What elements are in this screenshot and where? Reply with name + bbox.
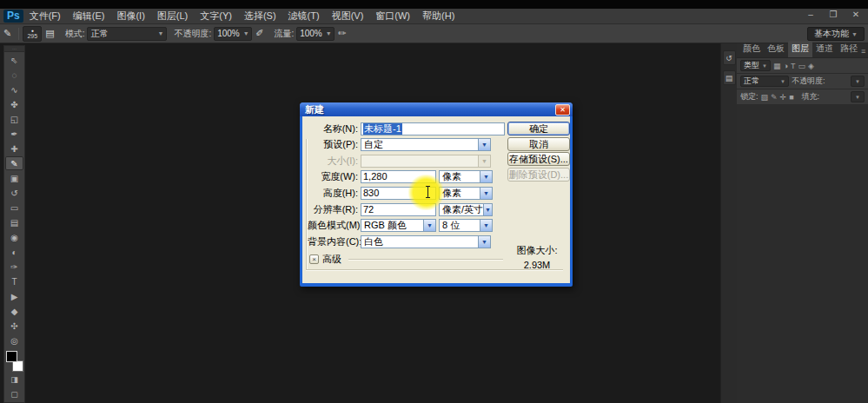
width-value: 1,280	[363, 171, 388, 182]
minimize-icon[interactable]: –	[804, 10, 818, 19]
width-label: 宽度(W):	[308, 170, 358, 183]
tools-panel: ⋯ ⇖ ◌ ∿ ✤ ◱ ✒ ✚ ✎ ▣ ↺ ▭ ▤ ◉ ◐ ✑ T ▶ ◆ ✣ …	[3, 45, 25, 403]
panel-menu-icon[interactable]: ≡	[861, 47, 865, 57]
lock-all-icon[interactable]: ■	[789, 93, 793, 102]
path-selection-tool-icon[interactable]: ▶	[5, 289, 23, 303]
menu-file[interactable]: 文件(F)	[23, 9, 67, 23]
tab-color[interactable]: 颜色	[739, 41, 764, 57]
quick-selection-tool-icon[interactable]: ✤	[5, 97, 23, 111]
brush-tool-icon[interactable]: ✎	[0, 28, 15, 39]
chevron-down-icon: ▼	[478, 139, 490, 150]
menu-help[interactable]: 帮助(H)	[416, 9, 461, 23]
zoom-tool-icon[interactable]: ◎	[5, 334, 23, 347]
opacity-value: 100%	[217, 29, 240, 38]
dodge-tool-icon[interactable]: ◐	[5, 245, 23, 259]
hand-tool-icon[interactable]: ✣	[5, 319, 23, 333]
properties-panel-icon[interactable]: ▤	[723, 70, 736, 85]
menu-image[interactable]: 图像(I)	[110, 9, 150, 23]
foreground-color-swatch[interactable]	[6, 351, 17, 362]
brush-preset-picker[interactable]: ● 295	[23, 26, 42, 42]
screen-mode-icon[interactable]: ▢	[5, 387, 23, 401]
flow-dropdown[interactable]: 100% ▼	[296, 27, 335, 41]
tab-channels[interactable]: 通道	[812, 41, 837, 57]
pixel-filter-icon[interactable]: ▦	[773, 62, 781, 70]
history-brush-tool-icon[interactable]: ↺	[5, 186, 23, 200]
chevron-down-icon: ▼	[851, 31, 858, 37]
eraser-tool-icon[interactable]: ▭	[5, 201, 23, 215]
shape-tool-icon[interactable]: ◆	[5, 304, 23, 318]
resolution-input[interactable]: 72	[361, 203, 436, 216]
save-preset-button[interactable]: 存储预设(S)...	[507, 152, 570, 166]
blur-tool-icon[interactable]: ◉	[5, 230, 23, 244]
restore-icon[interactable]: ❐	[826, 10, 840, 19]
resolution-unit-dropdown[interactable]: 像素/英寸 ▼	[439, 203, 493, 216]
layers-panel-group: 颜色 色板 图层 通道 路径 ≡ 类型 ▼ ▦ ◑ T ▭ ◈ 正常 ▼ 不透明…	[737, 43, 868, 403]
color-mode-dropdown[interactable]: RGB 颜色 ▼	[361, 219, 436, 232]
type-tool-icon[interactable]: T	[5, 274, 23, 288]
chevron-down-icon: ▼	[243, 30, 249, 36]
adjustment-filter-icon[interactable]: ◑	[783, 62, 787, 70]
lock-transparent-icon[interactable]: ▨	[761, 93, 769, 102]
marquee-tool-icon[interactable]: ◌	[5, 68, 23, 82]
history-panel-icon[interactable]: ↺	[723, 50, 736, 65]
background-dropdown[interactable]: 白色 ▼	[361, 235, 491, 248]
flow-value: 100%	[300, 29, 322, 38]
pen-pressure-icon[interactable]: ✐	[252, 28, 267, 39]
type-filter-icon[interactable]: T	[791, 62, 796, 70]
lasso-tool-icon[interactable]: ∿	[5, 83, 23, 96]
healing-brush-tool-icon[interactable]: ✚	[5, 142, 23, 155]
tab-layers[interactable]: 图层	[788, 41, 812, 57]
lock-position-icon[interactable]: ✛	[780, 93, 787, 102]
height-input[interactable]: 830	[361, 187, 436, 200]
clone-stamp-tool-icon[interactable]: ▣	[5, 171, 23, 185]
pen-tool-icon[interactable]: ✑	[5, 260, 23, 274]
quick-mask-icon[interactable]: ◨	[5, 373, 23, 386]
menu-type[interactable]: 文字(Y)	[194, 9, 238, 23]
move-tool-icon[interactable]: ⇖	[5, 53, 23, 67]
chevron-down-icon: ▼	[157, 30, 163, 36]
close-icon[interactable]: ✕	[849, 10, 863, 19]
menu-layer[interactable]: 图层(L)	[151, 9, 194, 23]
layer-opacity-dropdown[interactable]: ▼	[851, 76, 865, 87]
width-unit-dropdown[interactable]: 像素 ▼	[439, 170, 493, 183]
crop-tool-icon[interactable]: ◱	[5, 112, 23, 126]
workspace-label: 基本功能	[814, 28, 849, 40]
fill-dropdown[interactable]: ▼	[851, 91, 865, 102]
shape-filter-icon[interactable]: ▭	[798, 62, 805, 70]
panel-tab-bar: 颜色 色板 图层 通道 路径 ≡	[737, 43, 868, 58]
color-mode-label: 颜色模式(M):	[308, 219, 358, 232]
menu-filter[interactable]: 滤镜(T)	[282, 9, 326, 23]
opacity-dropdown[interactable]: 100% ▼	[214, 27, 252, 41]
layer-filter-dropdown[interactable]: 类型 ▼	[740, 60, 771, 71]
airbrush-icon[interactable]: ✏	[335, 28, 349, 39]
menu-window[interactable]: 窗口(W)	[369, 9, 416, 23]
resolution-value: 72	[363, 204, 374, 215]
bit-depth-dropdown[interactable]: 8 位 ▼	[439, 219, 493, 232]
chevron-down-icon: ▼	[480, 188, 492, 199]
width-input[interactable]: 1,280	[361, 170, 436, 183]
blend-mode-dropdown[interactable]: 正常 ▼	[87, 27, 167, 41]
cancel-button[interactable]: 取消	[507, 137, 570, 151]
lock-pixels-icon[interactable]: ✎	[771, 93, 778, 102]
gradient-tool-icon[interactable]: ▤	[5, 215, 23, 229]
menu-select[interactable]: 选择(S)	[238, 9, 282, 23]
tab-swatches[interactable]: 色板	[764, 41, 788, 57]
tab-paths[interactable]: 路径	[837, 41, 861, 57]
background-value: 白色	[364, 235, 383, 248]
menu-edit[interactable]: 编辑(E)	[67, 9, 111, 23]
ok-button[interactable]: 确定	[507, 122, 570, 135]
eyedropper-tool-icon[interactable]: ✒	[5, 127, 23, 141]
name-input[interactable]: 未标题-1	[361, 122, 505, 135]
layers-list[interactable]	[737, 105, 868, 403]
toolbar-grip[interactable]: ⋯	[4, 46, 24, 52]
dialog-close-icon[interactable]: ✕	[555, 104, 570, 116]
menu-view[interactable]: 视图(V)	[326, 9, 370, 23]
brush-tool-icon[interactable]: ✎	[5, 156, 23, 170]
brush-panel-toggle-icon[interactable]: ▤	[42, 28, 57, 39]
layer-blend-mode-dropdown[interactable]: 正常 ▼	[740, 76, 789, 87]
workspace-switcher[interactable]: 基本功能 ▼	[807, 27, 865, 41]
smart-object-filter-icon[interactable]: ◈	[808, 62, 814, 70]
preset-dropdown[interactable]: 自定 ▼	[361, 138, 491, 151]
height-unit-dropdown[interactable]: 像素 ▼	[439, 187, 493, 200]
advanced-expand-icon[interactable]: ×	[309, 254, 319, 264]
